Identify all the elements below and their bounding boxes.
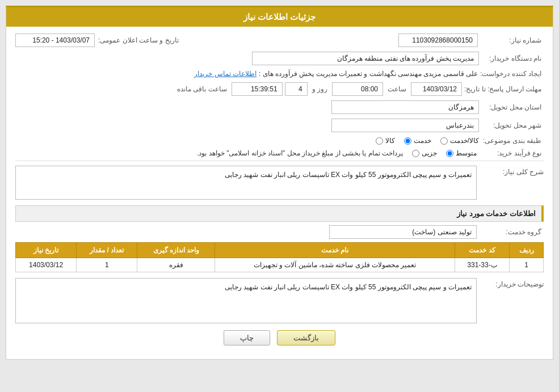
sharh-label: شرح کلی نیاز: <box>481 166 544 176</box>
shomar-label: شماره نیاز: <box>481 36 544 44</box>
col-radif: ردیف <box>510 243 544 258</box>
group-value: تولید صنعتی (ساخت) <box>329 225 477 239</box>
mohlet-date: 1403/03/12 <box>411 82 462 96</box>
ostan-label: استان محل تحویل: <box>481 103 544 111</box>
page-title: جزئیات اطلاعات نیاز <box>6 7 553 27</box>
radio-kala[interactable]: کالا <box>376 137 395 145</box>
noaf-desc: پرداخت تمام یا بخشی از مبلغ خریداز محل "… <box>197 149 403 157</box>
toseif-value: تعمیرات و سیم پیچی الکتروموتور 55 کیلو و… <box>15 278 477 323</box>
dar-khast-label: نام دستگاه خریدار: <box>481 54 544 62</box>
col-kod: کد خدمت <box>455 243 509 258</box>
mohlet-countdown: 15:39:51 <box>232 82 283 96</box>
col-tarikh: تاریخ نیاز <box>16 243 77 258</box>
noaf-label: نوع فرآیند خرید: <box>481 149 544 157</box>
sharh-value: تعمیرات و سیم پیچی الکتروموتور 55 کیلو و… <box>15 166 477 200</box>
radio-kala-khedmat[interactable]: کالا/خدمت <box>440 137 479 145</box>
cell-vahed: فقره <box>137 258 215 272</box>
shahr-label: شهر محل تحویل: <box>481 121 544 129</box>
dar-khast-value: مدیریت پخش فرآورده های نفتی منطقه هرمزگا… <box>252 52 479 65</box>
ijad-value: علی قاسمی مزیدی مهندسی نگهداشت و تعمیرات… <box>259 70 478 78</box>
mohlet-time: 08:00 <box>332 82 383 96</box>
ostan-value: هرمزگان <box>331 100 479 114</box>
cell-radif: 1 <box>510 258 544 272</box>
mohlet-suffix: ساعت باقی مانده <box>177 85 227 93</box>
mohlet-label: مهلت ارسال پاسخ: تا تاریخ: <box>464 85 544 93</box>
cell-nam: تعمیر محصولات فلزی ساخته شده، ماشین آلات… <box>215 258 455 272</box>
services-table: ردیف کد خدمت نام خدمت واحد اندازه گیری ت… <box>15 242 544 272</box>
tabaqe-label: طبقه بندی موضوعی: <box>481 137 544 145</box>
cell-tedad: 1 <box>77 258 137 272</box>
print-button[interactable]: چاپ <box>224 330 270 345</box>
tabaqe-radio-group: کالا/خدمت خدمت کالا <box>376 137 479 145</box>
radio-khedmat[interactable]: خدمت <box>404 137 431 145</box>
col-vahed: واحد اندازه گیری <box>137 243 215 258</box>
ijad-label: ایجاد کننده درخواست: <box>480 70 544 78</box>
tarikh-aalan-label: تاریخ و ساعت اعلان عمومی: <box>98 36 181 44</box>
radio-jozi[interactable]: جزیی <box>412 149 437 157</box>
tarikh-aalan-value: 1403/03/07 - 15:20 <box>15 33 95 47</box>
shomar-value: 1103092868000150 <box>398 33 478 47</box>
toseif-label: توضیحات خریدار: <box>481 278 544 288</box>
group-label: گروه خدمت: <box>481 228 544 236</box>
khadamat-header: اطلاعات خدمات مورد نیاز <box>15 205 544 222</box>
col-nam: نام خدمت <box>215 243 455 258</box>
ijad-link[interactable]: اطلاعات تماس خریدار <box>194 70 257 78</box>
cell-kod: ب-33-331 <box>455 258 509 272</box>
col-tedad: تعداد / مقدار <box>77 243 137 258</box>
rooz-label: روز و <box>312 85 327 93</box>
cell-tarikh: 1403/03/12 <box>16 258 77 272</box>
mohlet-days: 4 <box>285 82 308 96</box>
radio-motavaset[interactable]: متوسط <box>446 149 477 157</box>
table-row: 1 ب-33-331 تعمیر محصولات فلزی ساخته شده،… <box>16 258 544 272</box>
saat-label: ساعت <box>388 85 406 93</box>
button-row: بازگشت چاپ <box>15 330 544 352</box>
shahr-value: بندرعباس <box>331 119 479 132</box>
back-button[interactable]: بازگشت <box>277 330 335 345</box>
noaf-radio-group: متوسط جزیی <box>412 149 477 157</box>
